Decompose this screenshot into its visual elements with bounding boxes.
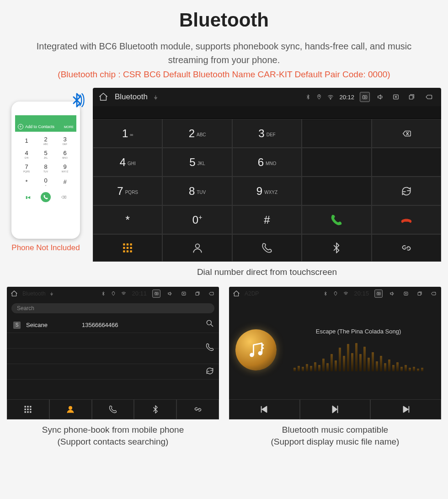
close-app-icon[interactable] xyxy=(180,290,188,298)
close-app-icon[interactable] xyxy=(391,92,401,102)
home-icon[interactable] xyxy=(98,92,108,102)
phone-key: # xyxy=(56,176,74,188)
page-title: Bluetooth xyxy=(7,9,441,31)
call-button[interactable] xyxy=(302,205,371,234)
svg-rect-5 xyxy=(409,96,413,99)
status-bar: Bluetooth ⏚ 20:11 xyxy=(7,287,219,300)
status-bar: Bluetooth ⏚ 20:12 xyxy=(93,88,441,106)
bluetooth-status-icon xyxy=(323,291,328,296)
phone-key: * xyxy=(18,176,35,188)
recent-apps-icon[interactable] xyxy=(406,92,416,102)
nav-contacts[interactable] xyxy=(49,399,92,419)
dial-key-1[interactable]: 1∞ xyxy=(93,119,162,148)
nav-pair[interactable] xyxy=(176,399,219,419)
dial-key-2[interactable]: 2ABC xyxy=(162,119,232,148)
dial-key-4[interactable]: 4GHI xyxy=(93,148,162,177)
svg-point-3 xyxy=(364,97,366,98)
contacts-caption: Sync phone-book from mobile phone(Suppor… xyxy=(7,424,219,448)
bluetooth-status-icon xyxy=(305,94,311,100)
play-pause-button[interactable] xyxy=(300,399,371,419)
svg-point-32 xyxy=(378,293,379,295)
search-input[interactable]: Search xyxy=(11,303,214,313)
wifi-icon xyxy=(343,291,348,296)
recent-apps-icon[interactable] xyxy=(416,290,424,298)
clock-time: 20:11 xyxy=(132,290,147,297)
phone-key: 7PQRS xyxy=(18,162,35,174)
volume-icon[interactable] xyxy=(166,290,174,298)
svg-rect-11 xyxy=(130,247,132,249)
dial-key-#[interactable]: # xyxy=(232,205,302,234)
nav-pair[interactable] xyxy=(372,234,441,262)
svg-rect-21 xyxy=(25,406,26,407)
screenshot-icon[interactable] xyxy=(152,290,160,298)
nav-bluetooth[interactable] xyxy=(134,399,176,419)
music-panel: A2DP 20:15 xyxy=(229,287,441,419)
next-track-button[interactable] xyxy=(370,399,441,419)
bottom-nav xyxy=(7,399,219,419)
call-icon[interactable] xyxy=(205,343,214,354)
svg-rect-10 xyxy=(127,247,128,249)
dial-key-3[interactable]: 3DEF xyxy=(232,119,302,148)
svg-point-35 xyxy=(250,353,254,357)
add-contact-icon: + xyxy=(18,124,23,129)
svg-point-20 xyxy=(207,320,211,325)
clock-time: 20:12 xyxy=(339,94,354,101)
home-icon[interactable] xyxy=(233,290,240,297)
empty-row xyxy=(7,364,219,380)
back-icon[interactable] xyxy=(429,290,437,298)
video-call-icon: ▮◀ xyxy=(23,192,33,202)
nav-dialpad[interactable] xyxy=(93,234,162,262)
dial-key-9[interactable]: 9WXYZ xyxy=(232,177,302,205)
svg-rect-24 xyxy=(25,408,26,410)
nav-bluetooth[interactable] xyxy=(302,234,371,262)
phone-key: 4GHI xyxy=(18,148,35,160)
dial-key-7[interactable]: 7PQRS xyxy=(93,177,162,205)
dial-key-*[interactable]: * xyxy=(93,205,162,234)
backspace-button[interactable] xyxy=(372,119,441,148)
back-icon[interactable] xyxy=(422,92,436,102)
svg-rect-7 xyxy=(127,243,128,245)
back-icon[interactable] xyxy=(207,290,215,298)
header-title: Bluetooth xyxy=(115,92,148,102)
svg-point-36 xyxy=(258,351,262,355)
prev-track-button[interactable] xyxy=(229,399,300,419)
svg-point-30 xyxy=(69,406,72,409)
dial-key-5[interactable]: 5JKL xyxy=(162,148,232,177)
backspace-icon: ⌫ xyxy=(59,192,69,202)
svg-rect-31 xyxy=(377,292,380,295)
phone-keypad: 12ABC3DEF4GHI5JKL6MNO7PQRS8TUV9WXYZ*0+# xyxy=(15,132,76,190)
close-app-icon[interactable] xyxy=(402,290,410,298)
hangup-button[interactable] xyxy=(372,205,441,234)
svg-rect-28 xyxy=(27,411,29,413)
volume-icon[interactable] xyxy=(388,290,396,298)
nav-call-log[interactable] xyxy=(92,399,134,419)
phone-key: 5JKL xyxy=(37,148,54,160)
dial-key-8[interactable]: 8TUV xyxy=(162,177,232,205)
home-icon[interactable] xyxy=(11,290,18,297)
album-art xyxy=(235,329,277,370)
dial-key-0[interactable]: 0+ xyxy=(162,205,232,234)
add-contacts-label: Add to Contacts xyxy=(25,124,54,129)
recent-apps-icon[interactable] xyxy=(193,290,202,298)
redial-button[interactable] xyxy=(372,177,441,205)
volume-icon[interactable] xyxy=(375,92,385,102)
empty-cell xyxy=(302,119,371,148)
nav-contacts[interactable] xyxy=(162,234,232,262)
wifi-icon xyxy=(121,291,126,296)
empty-row xyxy=(7,349,219,364)
nav-dialpad[interactable] xyxy=(7,399,49,419)
phone-caption: Phone Not Included xyxy=(7,243,85,252)
svg-point-15 xyxy=(195,244,199,248)
dialer-caption: Dial number direct from touchscreen xyxy=(93,266,441,279)
contact-number: 13566664466 xyxy=(82,322,118,328)
svg-rect-22 xyxy=(27,406,29,407)
svg-rect-13 xyxy=(127,250,128,252)
dial-key-6[interactable]: 6MNO xyxy=(232,148,302,177)
screenshot-icon[interactable] xyxy=(360,92,370,102)
screenshot-icon[interactable] xyxy=(374,290,383,298)
search-icon[interactable] xyxy=(205,319,214,330)
refresh-icon[interactable] xyxy=(205,366,214,377)
nav-call-log[interactable] xyxy=(232,234,302,262)
phone-key: 6MNO xyxy=(56,148,74,160)
contact-row[interactable]: SSeicane13566664466 xyxy=(7,318,219,333)
